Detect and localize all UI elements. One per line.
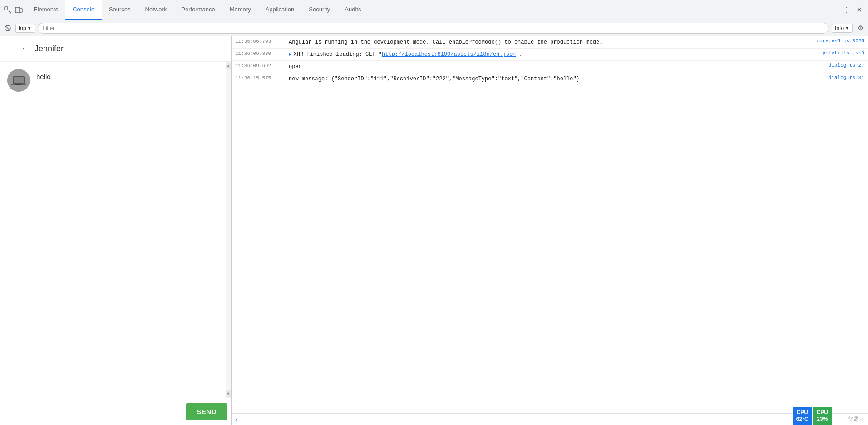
tab-application[interactable]: Application <box>258 0 302 20</box>
main-content: ← ← Jennifer <box>0 36 868 425</box>
chat-panel: ← ← Jennifer <box>0 36 232 425</box>
console-input-row: › <box>232 413 868 425</box>
chat-input-area: SEND <box>0 398 231 425</box>
tab-audits[interactable]: Audits <box>337 0 368 20</box>
tab-memory[interactable]: Memory <box>222 0 258 20</box>
console-toolbar: top ▼ Info ▼ ⚙ <box>0 20 868 36</box>
tab-sources[interactable]: Sources <box>102 0 138 20</box>
scroll-up-button[interactable]: ▲ <box>226 63 231 69</box>
send-button[interactable]: SEND <box>186 403 227 420</box>
devtools-right-actions: ⋮ ✕ <box>837 5 868 15</box>
svg-rect-10 <box>15 84 22 85</box>
log-source[interactable]: dialog.ts:27 <box>810 63 864 68</box>
clear-console-button[interactable] <box>3 23 13 33</box>
scroll-down-button[interactable]: ▼ <box>226 390 231 397</box>
tab-network[interactable]: Network <box>138 0 174 20</box>
log-entry: 11:36:06.793 Angular is running in the d… <box>232 36 868 49</box>
tab-console[interactable]: Console <box>65 0 102 20</box>
devtools-icons <box>0 6 26 14</box>
log-entry: 11:36:06.830 ►XHR finished loading: GET … <box>232 49 868 61</box>
log-message: new message: {"SenderID":"111","Receiver… <box>289 75 806 83</box>
log-message: Angular is running in the development mo… <box>289 38 806 46</box>
message-text: hello <box>35 69 53 84</box>
chat-scrollbar: ▲ ▼ <box>226 62 231 398</box>
console-input[interactable] <box>240 416 864 423</box>
svg-rect-3 <box>20 9 22 12</box>
cpu-usage-widget: CPU 23% <box>813 407 832 425</box>
log-timestamp: 11:36:06.830 <box>235 50 285 56</box>
console-settings-button[interactable]: ⚙ <box>855 23 865 33</box>
log-level-selector[interactable]: Info ▼ <box>832 24 853 33</box>
console-filter-input[interactable] <box>38 23 829 34</box>
log-entry: 11:36:09.692 open dialog.ts:27 <box>232 61 868 73</box>
devtools-tab-list: Elements Console Sources Network Perform… <box>26 0 837 20</box>
log-source[interactable]: core.es5.js:3025 <box>810 38 864 44</box>
watermark: 亿逻云 <box>848 415 864 423</box>
devtools-tabs-bar: Elements Console Sources Network Perform… <box>0 0 868 20</box>
cpu-temp-widget: CPU 62°C <box>793 407 812 425</box>
log-message: ►XHR finished loading: GET "http://local… <box>289 50 806 59</box>
close-devtools-icon[interactable]: ✕ <box>854 5 863 15</box>
expand-icon[interactable]: ► <box>289 52 292 57</box>
context-selector[interactable]: top ▼ <box>15 24 35 33</box>
device-icon[interactable] <box>15 6 23 14</box>
xhr-link[interactable]: http://localhost:8100/assets/i18n/en.jso… <box>382 51 516 58</box>
chat-header: ← ← Jennifer <box>0 36 231 62</box>
log-timestamp: 11:36:15.575 <box>235 75 285 81</box>
chat-back-button[interactable]: ← <box>21 44 29 54</box>
app-back-button[interactable]: ← <box>7 44 15 54</box>
log-timestamp: 11:36:09.692 <box>235 63 285 69</box>
svg-rect-2 <box>15 7 20 13</box>
message-row: hello <box>7 69 218 92</box>
cpu-widgets: CPU 62°C CPU 23% <box>793 407 832 425</box>
avatar <box>7 69 30 92</box>
log-entry: 11:36:15.575 new message: {"SenderID":"1… <box>232 73 868 85</box>
svg-rect-0 <box>5 7 8 10</box>
chat-messages-list: hello <box>0 62 226 398</box>
svg-line-5 <box>6 26 10 30</box>
more-options-icon[interactable]: ⋮ <box>842 5 851 15</box>
console-panel: 11:36:06.793 Angular is running in the d… <box>232 36 868 425</box>
chat-input[interactable] <box>4 408 182 415</box>
console-prompt-icon: › <box>235 416 237 423</box>
log-source[interactable]: dialog.ts:31 <box>810 75 864 80</box>
tab-elements[interactable]: Elements <box>26 0 65 20</box>
chevron-down-icon-2: ▼ <box>845 25 849 30</box>
svg-line-1 <box>9 11 11 13</box>
chevron-down-icon: ▼ <box>27 25 32 30</box>
inspect-icon[interactable] <box>4 6 12 14</box>
chat-messages-container: hello ▲ ▼ <box>0 62 231 398</box>
log-message: open <box>289 63 806 71</box>
tab-security[interactable]: Security <box>301 0 337 20</box>
tab-performance[interactable]: Performance <box>174 0 222 20</box>
log-timestamp: 11:36:06.793 <box>235 38 285 44</box>
svg-rect-8 <box>14 77 24 83</box>
console-log-area: 11:36:06.793 Angular is running in the d… <box>232 36 868 413</box>
chat-title: Jennifer <box>35 44 64 54</box>
log-source[interactable]: polyfills.js:3 <box>810 50 864 56</box>
